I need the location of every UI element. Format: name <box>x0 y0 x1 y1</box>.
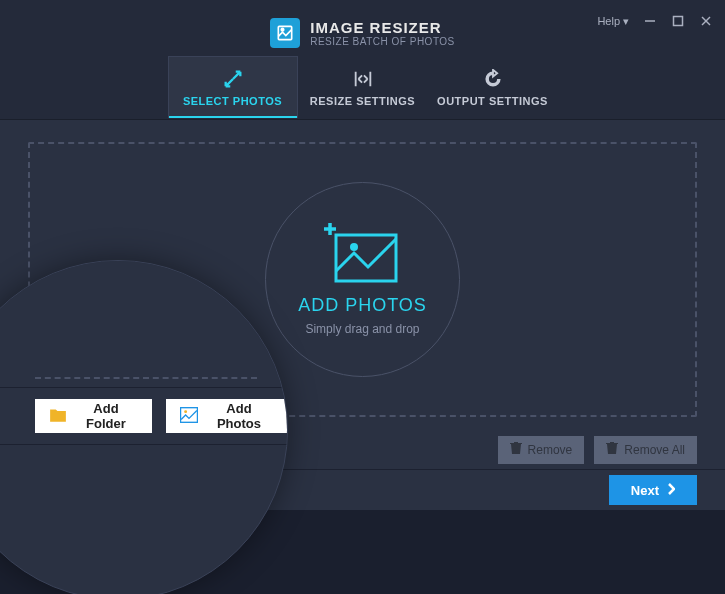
trash-icon <box>510 441 522 458</box>
zoom-add-photos-button[interactable]: Add Photos <box>166 399 287 433</box>
next-button[interactable]: Next <box>609 475 697 505</box>
remove-all-button[interactable]: Remove All <box>594 436 697 464</box>
app-title: IMAGE RESIZER <box>310 19 455 36</box>
add-photos-title: ADD PHOTOS <box>298 295 427 316</box>
tab-resize-settings[interactable]: RESIZE SETTINGS <box>298 56 428 118</box>
trash-icon <box>606 441 618 458</box>
zoom-add-folder-button[interactable]: Add Folder <box>35 399 152 433</box>
tab-label: RESIZE SETTINGS <box>310 95 415 107</box>
add-photos-subtitle: Simply drag and drop <box>305 322 419 336</box>
minimize-button[interactable] <box>643 14 657 28</box>
tab-select-photos[interactable]: SELECT PHOTOS <box>168 56 298 118</box>
chevron-right-icon <box>667 483 675 498</box>
folder-icon <box>49 407 67 426</box>
svg-rect-0 <box>279 26 292 39</box>
svg-rect-6 <box>336 235 396 281</box>
button-label: Remove All <box>624 443 685 457</box>
tab-label: OUTPUT SETTINGS <box>437 95 548 107</box>
app-logo-icon <box>270 18 300 48</box>
tab-bar: SELECT PHOTOS RESIZE SETTINGS OUTPUT SET… <box>0 55 725 120</box>
photo-icon <box>180 407 198 426</box>
button-label: Add Folder <box>74 401 138 431</box>
remove-button[interactable]: Remove <box>498 436 585 464</box>
tab-label: SELECT PHOTOS <box>183 95 282 107</box>
chevron-down-icon: ▾ <box>623 15 629 28</box>
svg-rect-3 <box>674 17 683 26</box>
tab-output-settings[interactable]: OUTPUT SETTINGS <box>428 56 558 118</box>
help-menu[interactable]: Help ▾ <box>597 15 629 28</box>
app-subtitle: RESIZE BATCH OF PHOTOS <box>310 36 455 47</box>
button-label: Remove <box>528 443 573 457</box>
button-label: Add Photos <box>205 401 273 431</box>
add-photos-circle[interactable]: ADD PHOTOS Simply drag and drop <box>265 182 460 377</box>
expand-arrows-icon <box>222 68 244 90</box>
titlebar: IMAGE RESIZER RESIZE BATCH OF PHOTOS Hel… <box>0 0 725 55</box>
svg-point-1 <box>281 28 284 31</box>
svg-point-11 <box>184 410 187 413</box>
maximize-button[interactable] <box>671 14 685 28</box>
svg-point-7 <box>350 243 358 251</box>
refresh-icon <box>482 68 504 90</box>
resize-icon <box>352 68 374 90</box>
add-photo-icon <box>324 223 402 289</box>
svg-rect-10 <box>181 407 198 422</box>
button-label: Next <box>631 483 659 498</box>
close-button[interactable] <box>699 14 713 28</box>
